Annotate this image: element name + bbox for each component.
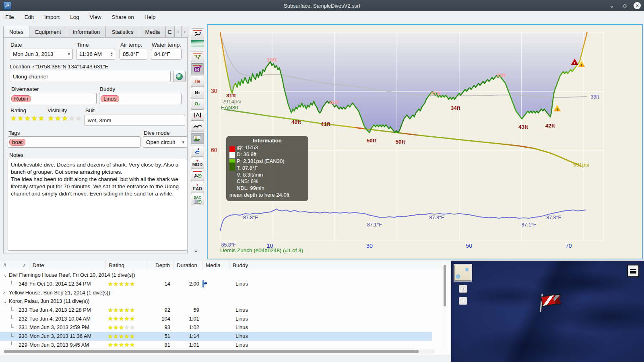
dive-buddy: Linus <box>229 316 432 322</box>
tab-extra-info[interactable]: E <box>166 26 175 38</box>
star-icon[interactable]: ★ <box>17 115 24 122</box>
dive-row[interactable]: 230Mon Jun 3, 2013 11:36 AM★★★★★511:14Li… <box>0 332 432 341</box>
time-field[interactable]: 11:36 AM▲▼ <box>76 49 115 60</box>
rating-stars[interactable]: ★★★★★ <box>10 114 45 123</box>
dive-row[interactable]: 348Fri Oct 10, 2014 12:34 PM★★★★★142:00L… <box>0 280 432 288</box>
dive-row[interactable]: 229Mon Jun 3, 2013 9:45 AM★★★★★811:01Lin… <box>0 341 432 350</box>
star-icon[interactable]: ★ <box>76 115 83 122</box>
sac-button[interactable]: SAC <box>191 194 204 205</box>
trip-row[interactable]: ›Yellow House, Sun Sep 21, 2014 (1 dive(… <box>0 288 439 297</box>
star-icon[interactable]: ★ <box>31 115 38 122</box>
col-rating[interactable]: Rating <box>105 261 145 270</box>
horizontal-scrollbar[interactable] <box>2 350 435 354</box>
star-icon: ★ <box>119 307 124 313</box>
col-media[interactable]: Media <box>202 261 229 270</box>
dive-site-map[interactable]: + − <box>451 261 644 362</box>
ndl-button[interactable] <box>191 170 204 181</box>
dive-row[interactable]: 232Tue Jun 4, 2013 10:04 AM★★★★★1041:01L… <box>0 314 432 323</box>
tab-notes[interactable]: Notes <box>3 26 29 38</box>
star-icon[interactable]: ★ <box>55 115 62 122</box>
helium-button[interactable]: He <box>191 76 204 87</box>
trip-row[interactable]: ⌄Koror, Palau, Jun 2013 (11 dive(s)) <box>0 297 439 306</box>
water-temp-field[interactable]: 84.8°F <box>151 49 182 60</box>
divemaster-tag[interactable]: Robin <box>11 95 31 102</box>
time-spinner-icon[interactable]: ▲▼ <box>110 52 113 57</box>
temperature-annotation: 87.1°F <box>521 222 536 228</box>
divemaster-input[interactable]: Robin <box>10 93 97 104</box>
map-zoom-in-button[interactable]: + <box>459 285 467 293</box>
col-buddy[interactable]: Buddy <box>229 261 450 270</box>
star-icon[interactable]: ★ <box>10 115 17 122</box>
buddy-input[interactable]: Linus <box>99 93 182 104</box>
tab-scroll-left-icon[interactable]: ‹ <box>175 26 182 38</box>
temperature-annotation: 87.8°F <box>546 215 561 220</box>
photos-button[interactable] <box>191 133 204 144</box>
media-icon[interactable] <box>202 280 204 288</box>
menu-file[interactable]: File <box>5 14 14 20</box>
map-zoom-out-button[interactable]: − <box>459 297 467 305</box>
tag-chip[interactable]: boat <box>9 139 25 146</box>
gas-pressures-button[interactable] <box>191 109 204 121</box>
trip-row[interactable]: ⌄Divi Flamingo House Reef, Fri Oct 10, 2… <box>0 271 439 280</box>
tab-equipment[interactable]: Equipment <box>29 26 67 38</box>
star-icon[interactable]: ★ <box>62 115 69 122</box>
toolbar-scroll-down-icon[interactable]: ⌄ <box>193 246 198 254</box>
overview-minimap[interactable] <box>454 265 471 281</box>
menu-view[interactable]: View <box>90 14 101 20</box>
hscroll-thumb[interactable] <box>4 350 419 353</box>
dive-mode-toggle-button[interactable] <box>191 28 204 39</box>
expand-icon[interactable]: ⌄ <box>3 272 9 278</box>
oxygen-button[interactable]: O₂ <box>191 98 204 109</box>
menu-edit[interactable]: Edit <box>25 14 34 20</box>
col-duration[interactable]: Duration <box>173 261 202 270</box>
chevron-down-icon[interactable]: ▾ <box>68 51 70 57</box>
dive-row[interactable]: 231Mon Jun 3, 2013 2:59 PM★★★★★931:02Lin… <box>0 323 432 332</box>
dive-computer-button[interactable] <box>191 63 204 74</box>
nitrogen-button[interactable]: N₂ <box>191 87 204 98</box>
maximize-icon[interactable]: ◇ <box>621 2 629 10</box>
location-input[interactable]: Ulong channel <box>10 71 171 82</box>
suit-input[interactable]: wet, 3mm <box>85 115 185 126</box>
menu-import[interactable]: Import <box>44 14 60 20</box>
tab-statistics[interactable]: Statistics <box>106 26 139 38</box>
star-icon[interactable]: ★ <box>25 115 31 122</box>
tab-information[interactable]: Information <box>67 26 106 38</box>
tab-media[interactable]: Media <box>139 26 166 38</box>
dive-profile-chart[interactable]: 30601030507015ft40ft41ft35ft50ft50ft31ft… <box>207 24 643 259</box>
star-icon[interactable]: ★ <box>69 115 76 122</box>
ceiling-toggle-icon[interactable] <box>191 40 204 47</box>
star-icon[interactable]: ★ <box>38 115 45 122</box>
tab-scroll-right-icon[interactable]: › <box>182 26 188 38</box>
vertical-scrollbar[interactable] <box>443 262 446 348</box>
expand-icon[interactable]: ⌄ <box>3 298 9 304</box>
bottom-strip <box>0 355 451 362</box>
col-date[interactable]: Date <box>29 261 105 270</box>
ead-button[interactable]: + EAD <box>191 182 204 193</box>
calculated-ceiling-button[interactable] <box>191 51 204 62</box>
vscroll-thumb[interactable] <box>444 265 446 306</box>
dive-mode-select[interactable]: Open circuit▾ <box>143 136 187 148</box>
col-depth[interactable]: Depth <box>145 261 173 270</box>
heart-rate-button[interactable] <box>191 121 204 132</box>
suit-label: Suit <box>85 107 95 113</box>
tissues-button[interactable] <box>191 146 204 157</box>
visibility-stars[interactable]: ★★★★★ <box>48 114 83 123</box>
dive-row[interactable]: 233Tue Jun 4, 2013 12:28 PM★★★★★9259Linu… <box>0 306 432 315</box>
menu-log[interactable]: Log <box>70 14 79 20</box>
tags-input[interactable]: boat <box>8 136 140 148</box>
air-temp-field[interactable]: 85.8°F <box>120 49 147 60</box>
star-icon[interactable]: ★ <box>48 115 55 122</box>
map-globe-button[interactable] <box>173 71 186 82</box>
collapse-icon[interactable]: › <box>3 290 9 295</box>
col-number[interactable]: #∧ <box>0 261 29 270</box>
date-field[interactable]: Mon Jun 3, 2013▾ <box>10 49 73 60</box>
notes-textarea[interactable]: Unbelievable dive. Dozens and dozens of … <box>8 159 187 251</box>
menu-help[interactable]: Help <box>144 14 156 20</box>
minimize-icon[interactable]: ⌄ <box>608 2 616 10</box>
star-icon: ★ <box>114 324 119 331</box>
mod-button[interactable]: + MOD <box>191 158 204 169</box>
map-menu-button[interactable] <box>627 265 639 277</box>
close-icon[interactable]: ✕ <box>634 2 641 9</box>
buddy-tag[interactable]: Linus <box>101 95 119 102</box>
menu-share-on[interactable]: Share on <box>112 14 134 20</box>
